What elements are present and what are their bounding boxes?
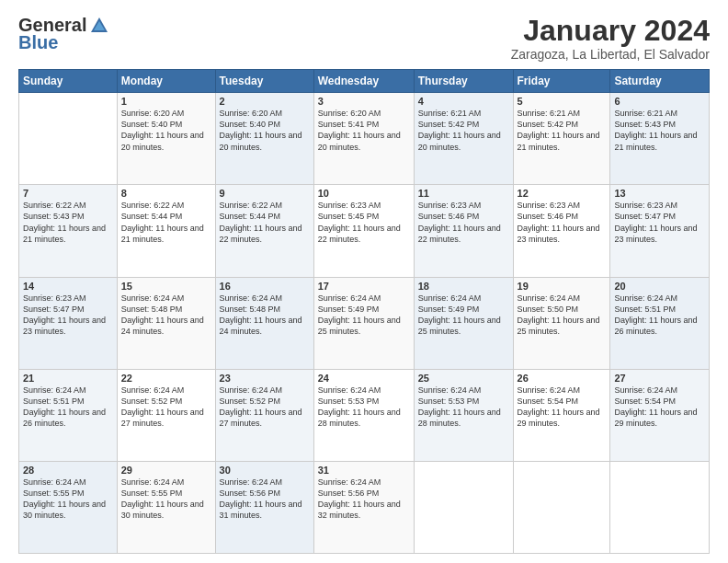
calendar-cell: 8Sunrise: 6:22 AM Sunset: 5:44 PM Daylig…: [117, 185, 215, 277]
calendar-cell: 11Sunrise: 6:23 AM Sunset: 5:46 PM Dayli…: [414, 185, 513, 277]
day-number: 25: [418, 373, 509, 384]
calendar-cell: 27Sunrise: 6:24 AM Sunset: 5:54 PM Dayli…: [610, 369, 710, 461]
calendar-week-row: 28Sunrise: 6:24 AM Sunset: 5:55 PM Dayli…: [19, 461, 710, 553]
day-info: Sunrise: 6:24 AM Sunset: 5:52 PM Dayligh…: [121, 385, 211, 430]
day-number: 4: [418, 96, 509, 107]
header: General Blue January 2024 Zaragoza, La L…: [18, 15, 710, 62]
day-info: Sunrise: 6:20 AM Sunset: 5:40 PM Dayligh…: [220, 108, 310, 153]
day-number: 28: [23, 465, 113, 476]
calendar-cell: 24Sunrise: 6:24 AM Sunset: 5:53 PM Dayli…: [313, 369, 414, 461]
calendar-cell: 16Sunrise: 6:24 AM Sunset: 5:48 PM Dayli…: [215, 277, 313, 369]
day-info: Sunrise: 6:21 AM Sunset: 5:43 PM Dayligh…: [614, 108, 705, 153]
day-info: Sunrise: 6:24 AM Sunset: 5:50 PM Dayligh…: [518, 293, 607, 338]
day-number: 20: [614, 281, 705, 292]
calendar-cell: 1Sunrise: 6:20 AM Sunset: 5:40 PM Daylig…: [117, 93, 215, 185]
day-info: Sunrise: 6:24 AM Sunset: 5:48 PM Dayligh…: [220, 293, 310, 338]
day-number: 11: [418, 188, 509, 199]
day-number: 6: [614, 96, 705, 107]
day-number: 1: [121, 96, 211, 107]
day-info: Sunrise: 6:22 AM Sunset: 5:43 PM Dayligh…: [23, 200, 113, 245]
calendar-table: Sunday Monday Tuesday Wednesday Thursday…: [18, 69, 710, 554]
day-number: 14: [23, 281, 113, 292]
day-number: 31: [318, 465, 410, 476]
day-number: 10: [318, 188, 410, 199]
calendar-cell: 6Sunrise: 6:21 AM Sunset: 5:43 PM Daylig…: [610, 93, 710, 185]
day-number: 9: [220, 188, 310, 199]
calendar-week-row: 7Sunrise: 6:22 AM Sunset: 5:43 PM Daylig…: [19, 185, 710, 277]
day-number: 30: [220, 465, 310, 476]
month-title: January 2024: [511, 15, 710, 47]
day-info: Sunrise: 6:24 AM Sunset: 5:55 PM Dayligh…: [23, 477, 113, 522]
day-number: 27: [614, 373, 705, 384]
calendar-cell: 21Sunrise: 6:24 AM Sunset: 5:51 PM Dayli…: [19, 369, 118, 461]
calendar-cell: 20Sunrise: 6:24 AM Sunset: 5:51 PM Dayli…: [610, 277, 710, 369]
day-info: Sunrise: 6:24 AM Sunset: 5:49 PM Dayligh…: [318, 293, 410, 338]
day-number: 29: [121, 465, 211, 476]
calendar-cell: 30Sunrise: 6:24 AM Sunset: 5:56 PM Dayli…: [215, 461, 313, 553]
day-info: Sunrise: 6:21 AM Sunset: 5:42 PM Dayligh…: [518, 108, 607, 153]
day-info: Sunrise: 6:24 AM Sunset: 5:49 PM Dayligh…: [418, 293, 509, 338]
day-number: 19: [518, 281, 607, 292]
calendar-week-row: 1Sunrise: 6:20 AM Sunset: 5:40 PM Daylig…: [19, 93, 710, 185]
subtitle: Zaragoza, La Libertad, El Salvador: [511, 47, 710, 62]
day-info: Sunrise: 6:20 AM Sunset: 5:40 PM Dayligh…: [121, 108, 211, 153]
day-info: Sunrise: 6:23 AM Sunset: 5:46 PM Dayligh…: [518, 200, 607, 245]
col-saturday: Saturday: [610, 70, 710, 93]
logo-icon: [89, 16, 109, 36]
day-number: 2: [220, 96, 310, 107]
day-info: Sunrise: 6:24 AM Sunset: 5:51 PM Dayligh…: [614, 293, 705, 338]
day-info: Sunrise: 6:21 AM Sunset: 5:42 PM Dayligh…: [418, 108, 509, 153]
page: General Blue January 2024 Zaragoza, La L…: [0, 0, 728, 563]
calendar-cell: 28Sunrise: 6:24 AM Sunset: 5:55 PM Dayli…: [19, 461, 118, 553]
day-number: 18: [418, 281, 509, 292]
col-tuesday: Tuesday: [215, 70, 313, 93]
calendar-cell: 10Sunrise: 6:23 AM Sunset: 5:45 PM Dayli…: [313, 185, 414, 277]
col-wednesday: Wednesday: [313, 70, 414, 93]
calendar-cell: 2Sunrise: 6:20 AM Sunset: 5:40 PM Daylig…: [215, 93, 313, 185]
calendar-cell: 3Sunrise: 6:20 AM Sunset: 5:41 PM Daylig…: [313, 93, 414, 185]
col-monday: Monday: [117, 70, 215, 93]
calendar-cell: [610, 461, 710, 553]
calendar-cell: 5Sunrise: 6:21 AM Sunset: 5:42 PM Daylig…: [513, 93, 610, 185]
calendar-cell: 26Sunrise: 6:24 AM Sunset: 5:54 PM Dayli…: [513, 369, 610, 461]
day-info: Sunrise: 6:24 AM Sunset: 5:53 PM Dayligh…: [418, 385, 509, 430]
day-info: Sunrise: 6:22 AM Sunset: 5:44 PM Dayligh…: [220, 200, 310, 245]
logo: General Blue: [18, 15, 110, 53]
day-number: 8: [121, 188, 211, 199]
calendar-cell: 13Sunrise: 6:23 AM Sunset: 5:47 PM Dayli…: [610, 185, 710, 277]
day-number: 13: [614, 188, 705, 199]
day-info: Sunrise: 6:24 AM Sunset: 5:56 PM Dayligh…: [318, 477, 410, 522]
calendar-cell: 14Sunrise: 6:23 AM Sunset: 5:47 PM Dayli…: [19, 277, 118, 369]
day-number: 23: [220, 373, 310, 384]
day-info: Sunrise: 6:22 AM Sunset: 5:44 PM Dayligh…: [121, 200, 211, 245]
day-info: Sunrise: 6:24 AM Sunset: 5:51 PM Dayligh…: [23, 385, 113, 430]
calendar-header-row: Sunday Monday Tuesday Wednesday Thursday…: [19, 70, 710, 93]
day-number: 16: [220, 281, 310, 292]
calendar-cell: [19, 93, 118, 185]
logo-blue: Blue: [18, 32, 58, 53]
calendar-cell: 12Sunrise: 6:23 AM Sunset: 5:46 PM Dayli…: [513, 185, 610, 277]
day-number: 12: [518, 188, 607, 199]
day-number: 3: [318, 96, 410, 107]
day-info: Sunrise: 6:23 AM Sunset: 5:46 PM Dayligh…: [418, 200, 509, 245]
day-number: 21: [23, 373, 113, 384]
day-number: 7: [23, 188, 113, 199]
day-info: Sunrise: 6:24 AM Sunset: 5:48 PM Dayligh…: [121, 293, 211, 338]
day-info: Sunrise: 6:24 AM Sunset: 5:52 PM Dayligh…: [220, 385, 310, 430]
calendar-cell: 22Sunrise: 6:24 AM Sunset: 5:52 PM Dayli…: [117, 369, 215, 461]
calendar-cell: 7Sunrise: 6:22 AM Sunset: 5:43 PM Daylig…: [19, 185, 118, 277]
calendar-week-row: 21Sunrise: 6:24 AM Sunset: 5:51 PM Dayli…: [19, 369, 710, 461]
col-friday: Friday: [513, 70, 610, 93]
col-thursday: Thursday: [414, 70, 513, 93]
day-info: Sunrise: 6:23 AM Sunset: 5:47 PM Dayligh…: [614, 200, 705, 245]
day-info: Sunrise: 6:24 AM Sunset: 5:54 PM Dayligh…: [518, 385, 607, 430]
calendar-week-row: 14Sunrise: 6:23 AM Sunset: 5:47 PM Dayli…: [19, 277, 710, 369]
day-info: Sunrise: 6:24 AM Sunset: 5:54 PM Dayligh…: [614, 385, 705, 430]
col-sunday: Sunday: [19, 70, 118, 93]
calendar-cell: [414, 461, 513, 553]
day-info: Sunrise: 6:20 AM Sunset: 5:41 PM Dayligh…: [318, 108, 410, 153]
day-info: Sunrise: 6:23 AM Sunset: 5:47 PM Dayligh…: [23, 293, 113, 338]
calendar-cell: [513, 461, 610, 553]
day-info: Sunrise: 6:24 AM Sunset: 5:55 PM Dayligh…: [121, 477, 211, 522]
day-number: 15: [121, 281, 211, 292]
